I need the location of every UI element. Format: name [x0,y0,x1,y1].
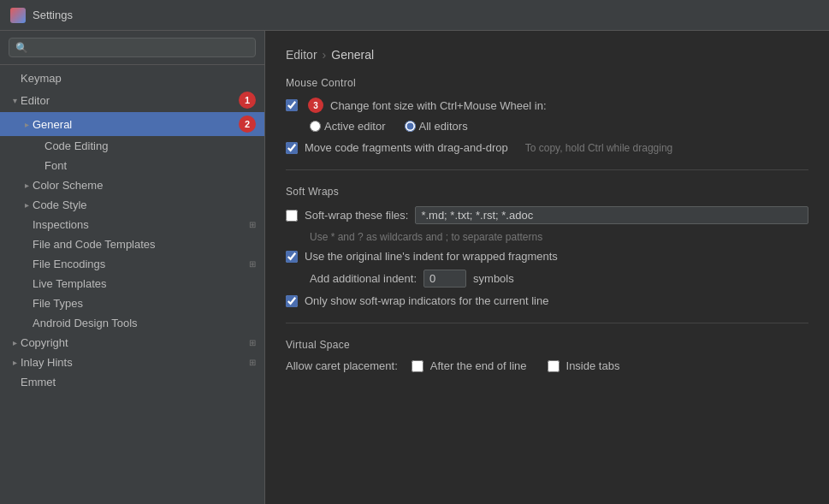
only-show-indicators-label[interactable]: Only show soft-wrap indicators for the c… [305,294,548,307]
chevron-right-icon: ▸ [21,118,33,130]
soft-wrap-hint: Use * and ? as wildcards and ; to separa… [310,231,808,243]
allow-caret-label: Allow caret placement: [286,359,398,372]
breadcrumb: Editor › General [286,48,808,62]
sidebar-item-label: Keymap [21,72,256,85]
sidebar-item-label: Android Design Tools [33,317,256,329]
search-bar: 🔍 [0,31,264,65]
sidebar-item-label: General [33,118,235,131]
chevron-placeholder [33,160,44,172]
radio-active-editor-label[interactable]: Active editor [310,120,386,133]
sidebar-item-label: Color Scheme [33,179,256,192]
sidebar-item-inlay-hints[interactable]: ▸ Inlay Hints ⊞ [0,353,264,372]
soft-wrap-label[interactable]: Soft-wrap these files: [305,209,408,222]
sidebar-item-copyright[interactable]: ▸ Copyright ⊞ [0,333,264,353]
settings-icon: ⊞ [249,358,256,367]
use-original-indent-checkbox[interactable] [286,251,298,263]
sidebar-item-color-scheme[interactable]: ▸ Color Scheme [0,175,264,195]
chevron-placeholder [33,140,44,152]
sidebar-item-label: File Types [33,297,256,310]
chevron-placeholder [21,278,33,290]
app-icon [10,8,26,23]
chevron-placeholder [21,317,33,329]
general-badge: 2 [239,116,256,133]
nav-tree: Keymap ▾ Editor 1 ▸ General 2 Code Editi… [0,65,264,504]
settings-icon: ⊞ [249,259,256,269]
virtual-space-title: Virtual Space [286,339,808,351]
radio-active-editor[interactable] [310,121,321,132]
soft-wrap-checkbox[interactable] [286,210,298,222]
mouse-control-title: Mouse Control [286,77,808,89]
sidebar-item-label: Emmet [21,376,256,388]
breadcrumb-parent: Editor [286,48,317,62]
sidebar-item-code-editing[interactable]: Code Editing [0,136,264,156]
change-font-label[interactable]: Change font size with Ctrl+Mouse Wheel i… [330,99,547,112]
chevron-placeholder [21,239,33,251]
settings-panel: Editor › General Mouse Control 3 Change … [265,31,829,504]
sidebar-item-general[interactable]: ▸ General 2 [0,112,264,136]
sidebar-item-file-encodings[interactable]: File Encodings ⊞ [0,254,264,274]
sidebar-item-label: Code Editing [44,139,256,152]
use-original-indent-label[interactable]: Use the original line's indent for wrapp… [305,250,558,263]
chevron-right-icon: ▸ [21,199,33,211]
sidebar-item-editor[interactable]: ▾ Editor 1 [0,88,264,112]
sidebar: 🔍 Keymap ▾ Editor 1 ▸ General 2 [0,31,265,504]
allow-caret-row: Allow caret placement: After the end of … [286,359,808,372]
sidebar-item-label: Font [44,159,256,172]
sidebar-item-inspections[interactable]: Inspections ⊞ [0,215,264,234]
divider-2 [286,323,808,323]
sidebar-item-file-code-templates[interactable]: File and Code Templates [0,234,264,254]
chevron-right-icon: ▸ [21,180,33,192]
move-fragments-hint: To copy, hold Ctrl while dragging [525,142,673,154]
main-content: 🔍 Keymap ▾ Editor 1 ▸ General 2 [0,31,829,504]
soft-wraps-title: Soft Wraps [286,186,808,198]
settings-icon: ⊞ [249,338,256,347]
chevron-right-icon: ▸ [9,357,21,369]
radio-group-editors: Active editor All editors [310,120,808,133]
add-indent-row: Add additional indent: symbols [310,270,808,288]
move-fragments-label[interactable]: Move code fragments with drag-and-drop [305,141,508,154]
move-fragments-checkbox[interactable] [286,142,298,154]
radio-all-editors-label[interactable]: All editors [405,120,468,133]
change-font-checkbox[interactable] [286,99,298,111]
breadcrumb-sep: › [323,48,327,62]
inside-tabs-checkbox[interactable] [548,360,560,372]
chevron-down-icon: ▾ [9,94,21,106]
titlebar-title: Settings [33,9,73,21]
titlebar: Settings [0,0,829,31]
sidebar-item-label: Inspections [33,218,249,231]
sidebar-item-label: Live Templates [33,277,256,290]
sidebar-item-keymap[interactable]: Keymap [0,68,264,88]
sidebar-item-emmet[interactable]: Emmet [0,372,264,392]
search-icon: 🔍 [15,42,28,54]
only-show-indicators-row: Only show soft-wrap indicators for the c… [286,294,808,307]
breadcrumb-current: General [331,48,374,62]
add-indent-label: Add additional indent: [310,272,417,285]
sidebar-item-label: Inlay Hints [21,356,249,369]
add-indent-input[interactable] [423,270,466,288]
chevron-placeholder [9,377,21,388]
sidebar-item-live-templates[interactable]: Live Templates [0,274,264,294]
editor-badge: 1 [239,92,256,109]
add-indent-suffix: symbols [473,272,514,285]
search-wrap[interactable]: 🔍 [9,38,256,57]
only-show-indicators-checkbox[interactable] [286,295,298,307]
move-fragments-row: Move code fragments with drag-and-drop T… [286,141,808,154]
sidebar-item-font[interactable]: Font [0,156,264,175]
chevron-placeholder [21,219,33,231]
search-input[interactable] [33,41,249,54]
radio-all-editors[interactable] [405,121,416,132]
after-end-checkbox[interactable] [412,360,423,372]
sidebar-item-label: File and Code Templates [33,238,256,251]
after-end-label[interactable]: After the end of line [430,359,527,372]
change-font-badge: 3 [308,98,323,113]
chevron-right-icon: ▸ [9,337,21,349]
sidebar-item-android-design-tools[interactable]: Android Design Tools [0,313,264,333]
inside-tabs-label[interactable]: Inside tabs [566,359,620,372]
divider-1 [286,169,808,170]
sidebar-item-file-types[interactable]: File Types [0,294,264,313]
sidebar-item-label: Copyright [21,336,249,349]
soft-wrap-input[interactable] [415,206,808,224]
chevron-placeholder [9,73,21,85]
sidebar-item-label: File Encodings [33,258,249,270]
sidebar-item-code-style[interactable]: ▸ Code Style [0,195,264,215]
